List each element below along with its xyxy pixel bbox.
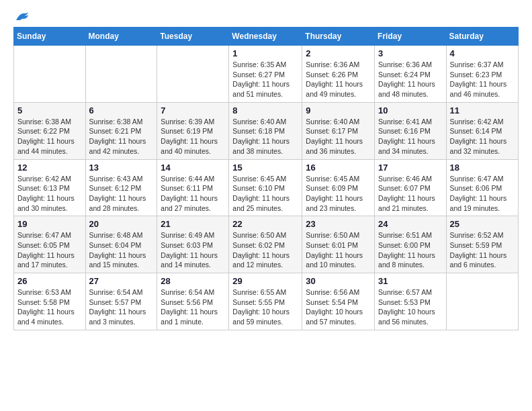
day-info: Sunrise: 6:51 AMSunset: 6:00 PMDaylight:… xyxy=(378,230,443,270)
header xyxy=(13,11,519,20)
weekday-header: Friday xyxy=(375,28,447,46)
calendar-cell: 8Sunrise: 6:40 AMSunset: 6:18 PMDaylight… xyxy=(229,102,302,159)
calendar-cell: 9Sunrise: 6:40 AMSunset: 6:17 PMDaylight… xyxy=(302,102,375,159)
calendar-cell xyxy=(85,46,157,103)
calendar-cell: 19Sunrise: 6:47 AMSunset: 6:05 PMDayligh… xyxy=(14,216,86,273)
day-info: Sunrise: 6:55 AMSunset: 5:55 PMDaylight:… xyxy=(232,287,298,327)
day-number: 20 xyxy=(89,219,154,229)
calendar-cell: 5Sunrise: 6:38 AMSunset: 6:22 PMDaylight… xyxy=(14,102,86,159)
day-info: Sunrise: 6:36 AMSunset: 6:24 PMDaylight:… xyxy=(378,60,443,99)
calendar-cell xyxy=(446,273,518,330)
weekday-header: Thursday xyxy=(302,28,375,46)
day-number: 13 xyxy=(89,163,154,173)
calendar-cell: 13Sunrise: 6:43 AMSunset: 6:12 PMDayligh… xyxy=(85,159,157,216)
day-number: 17 xyxy=(378,163,443,173)
day-info: Sunrise: 6:50 AMSunset: 6:01 PMDaylight:… xyxy=(306,230,371,270)
calendar-cell: 6Sunrise: 6:38 AMSunset: 6:21 PMDaylight… xyxy=(85,102,157,159)
day-info: Sunrise: 6:42 AMSunset: 6:13 PMDaylight:… xyxy=(17,174,82,214)
day-info: Sunrise: 6:54 AMSunset: 5:56 PMDaylight:… xyxy=(161,287,225,327)
calendar-table: SundayMondayTuesdayWednesdayThursdayFrid… xyxy=(13,27,519,330)
calendar-week-row: 1Sunrise: 6:35 AMSunset: 6:27 PMDaylight… xyxy=(14,46,519,103)
calendar-week-row: 5Sunrise: 6:38 AMSunset: 6:22 PMDaylight… xyxy=(14,102,519,159)
calendar-cell: 26Sunrise: 6:53 AMSunset: 5:58 PMDayligh… xyxy=(14,273,86,330)
calendar-week-row: 12Sunrise: 6:42 AMSunset: 6:13 PMDayligh… xyxy=(14,159,519,216)
day-info: Sunrise: 6:53 AMSunset: 5:58 PMDaylight:… xyxy=(17,287,82,327)
page: SundayMondayTuesdayWednesdayThursdayFrid… xyxy=(0,0,532,411)
day-number: 10 xyxy=(378,105,443,116)
day-info: Sunrise: 6:46 AMSunset: 6:07 PMDaylight:… xyxy=(378,174,443,214)
weekday-header: Wednesday xyxy=(229,28,302,46)
day-info: Sunrise: 6:37 AMSunset: 6:23 PMDaylight:… xyxy=(450,60,515,99)
calendar-week-row: 26Sunrise: 6:53 AMSunset: 5:58 PMDayligh… xyxy=(14,273,519,330)
day-number: 6 xyxy=(89,105,154,116)
calendar-cell: 3Sunrise: 6:36 AMSunset: 6:24 PMDaylight… xyxy=(375,46,447,103)
calendar-cell: 10Sunrise: 6:41 AMSunset: 6:16 PMDayligh… xyxy=(375,102,447,159)
calendar-cell xyxy=(14,46,86,103)
day-info: Sunrise: 6:38 AMSunset: 6:22 PMDaylight:… xyxy=(17,117,82,156)
day-info: Sunrise: 6:36 AMSunset: 6:26 PMDaylight:… xyxy=(306,60,371,99)
day-number: 22 xyxy=(232,219,298,229)
day-number: 14 xyxy=(161,163,225,173)
calendar-cell: 31Sunrise: 6:57 AMSunset: 5:53 PMDayligh… xyxy=(375,273,447,330)
day-number: 5 xyxy=(17,105,82,116)
weekday-header: Tuesday xyxy=(157,28,229,46)
day-info: Sunrise: 6:47 AMSunset: 6:05 PMDaylight:… xyxy=(17,230,82,270)
day-info: Sunrise: 6:41 AMSunset: 6:16 PMDaylight:… xyxy=(378,117,443,156)
weekday-header: Sunday xyxy=(14,28,86,46)
day-number: 15 xyxy=(232,163,298,173)
day-info: Sunrise: 6:38 AMSunset: 6:21 PMDaylight:… xyxy=(89,117,154,156)
calendar-cell: 11Sunrise: 6:42 AMSunset: 6:14 PMDayligh… xyxy=(446,102,518,159)
day-info: Sunrise: 6:40 AMSunset: 6:18 PMDaylight:… xyxy=(232,117,298,156)
weekday-header: Saturday xyxy=(446,28,518,46)
calendar-cell: 14Sunrise: 6:44 AMSunset: 6:11 PMDayligh… xyxy=(157,159,229,216)
day-number: 28 xyxy=(161,276,225,286)
day-number: 18 xyxy=(450,163,515,173)
day-number: 30 xyxy=(306,276,371,286)
calendar-cell: 28Sunrise: 6:54 AMSunset: 5:56 PMDayligh… xyxy=(157,273,229,330)
day-number: 23 xyxy=(306,219,371,229)
calendar-cell: 2Sunrise: 6:36 AMSunset: 6:26 PMDaylight… xyxy=(302,46,375,103)
calendar-week-row: 19Sunrise: 6:47 AMSunset: 6:05 PMDayligh… xyxy=(14,216,519,273)
calendar-cell: 18Sunrise: 6:47 AMSunset: 6:06 PMDayligh… xyxy=(446,159,518,216)
calendar-cell: 29Sunrise: 6:55 AMSunset: 5:55 PMDayligh… xyxy=(229,273,302,330)
logo xyxy=(13,11,30,20)
calendar-cell: 17Sunrise: 6:46 AMSunset: 6:07 PMDayligh… xyxy=(375,159,447,216)
calendar-cell: 1Sunrise: 6:35 AMSunset: 6:27 PMDaylight… xyxy=(229,46,302,103)
day-info: Sunrise: 6:49 AMSunset: 6:03 PMDaylight:… xyxy=(161,230,225,270)
calendar-cell: 4Sunrise: 6:37 AMSunset: 6:23 PMDaylight… xyxy=(446,46,518,103)
day-number: 11 xyxy=(450,105,515,116)
calendar-cell: 16Sunrise: 6:45 AMSunset: 6:09 PMDayligh… xyxy=(302,159,375,216)
day-info: Sunrise: 6:54 AMSunset: 5:57 PMDaylight:… xyxy=(89,287,154,327)
day-number: 7 xyxy=(161,105,225,116)
calendar-cell: 25Sunrise: 6:52 AMSunset: 5:59 PMDayligh… xyxy=(446,216,518,273)
calendar-cell: 27Sunrise: 6:54 AMSunset: 5:57 PMDayligh… xyxy=(85,273,157,330)
day-number: 29 xyxy=(232,276,298,286)
day-number: 25 xyxy=(450,219,515,229)
day-number: 8 xyxy=(232,105,298,116)
calendar-cell: 22Sunrise: 6:50 AMSunset: 6:02 PMDayligh… xyxy=(229,216,302,273)
calendar-cell: 23Sunrise: 6:50 AMSunset: 6:01 PMDayligh… xyxy=(302,216,375,273)
day-info: Sunrise: 6:43 AMSunset: 6:12 PMDaylight:… xyxy=(89,174,154,214)
day-info: Sunrise: 6:45 AMSunset: 6:10 PMDaylight:… xyxy=(232,174,298,214)
day-number: 19 xyxy=(17,219,82,229)
day-number: 21 xyxy=(161,219,225,229)
day-info: Sunrise: 6:44 AMSunset: 6:11 PMDaylight:… xyxy=(161,174,225,214)
calendar-cell xyxy=(157,46,229,103)
day-number: 2 xyxy=(306,48,371,58)
day-number: 1 xyxy=(232,48,298,58)
day-info: Sunrise: 6:40 AMSunset: 6:17 PMDaylight:… xyxy=(306,117,371,156)
day-info: Sunrise: 6:57 AMSunset: 5:53 PMDaylight:… xyxy=(378,287,443,327)
weekday-header: Monday xyxy=(85,28,157,46)
day-number: 4 xyxy=(450,48,515,58)
day-info: Sunrise: 6:45 AMSunset: 6:09 PMDaylight:… xyxy=(306,174,371,214)
calendar-cell: 24Sunrise: 6:51 AMSunset: 6:00 PMDayligh… xyxy=(375,216,447,273)
day-info: Sunrise: 6:48 AMSunset: 6:04 PMDaylight:… xyxy=(89,230,154,270)
calendar-cell: 30Sunrise: 6:56 AMSunset: 5:54 PMDayligh… xyxy=(302,273,375,330)
day-info: Sunrise: 6:56 AMSunset: 5:54 PMDaylight:… xyxy=(306,287,371,327)
calendar-cell: 12Sunrise: 6:42 AMSunset: 6:13 PMDayligh… xyxy=(14,159,86,216)
calendar-cell: 21Sunrise: 6:49 AMSunset: 6:03 PMDayligh… xyxy=(157,216,229,273)
calendar-cell: 7Sunrise: 6:39 AMSunset: 6:19 PMDaylight… xyxy=(157,102,229,159)
day-info: Sunrise: 6:39 AMSunset: 6:19 PMDaylight:… xyxy=(161,117,225,156)
day-number: 24 xyxy=(378,219,443,229)
day-info: Sunrise: 6:52 AMSunset: 5:59 PMDaylight:… xyxy=(450,230,515,270)
